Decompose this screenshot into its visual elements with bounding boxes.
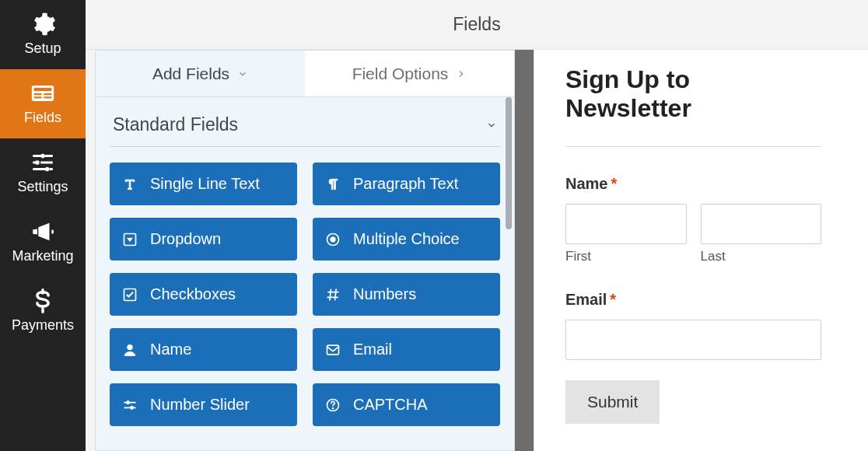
form-divider (565, 146, 821, 147)
svg-point-8 (45, 167, 50, 172)
required-mark: * (610, 291, 616, 308)
sidebar-item-fields[interactable]: Fields (0, 69, 86, 138)
sidebar-label: Payments (12, 317, 74, 334)
sidebar-label: Setup (24, 40, 61, 57)
tab-label: Field Options (352, 65, 449, 83)
check-square-icon (122, 287, 138, 302)
field-btn-number-slider[interactable]: Number Slider (110, 383, 297, 426)
field-buttons-grid: Single Line Text Paragraph Text Dropdown… (110, 163, 500, 426)
group-title: Standard Fields (113, 114, 238, 135)
sidebar-label: Marketing (12, 248, 73, 264)
field-btn-label: Multiple Choice (353, 230, 460, 248)
submit-label: Submit (587, 393, 638, 411)
svg-point-13 (128, 344, 133, 350)
field-btn-captcha[interactable]: CAPTCHA (313, 383, 500, 426)
chevron-down-icon (237, 68, 248, 79)
svg-point-15 (126, 400, 129, 404)
caret-square-icon (122, 232, 138, 247)
sidebar-item-setup[interactable]: Setup (0, 0, 86, 69)
left-sidebar: Setup Fields Settings Marketing Payments (0, 0, 86, 451)
gear-icon (30, 11, 56, 37)
field-btn-single-line-text[interactable]: Single Line Text (110, 163, 297, 205)
field-btn-multiple-choice[interactable]: Multiple Choice (313, 218, 500, 260)
name-field-row: First Last (565, 204, 821, 264)
field-btn-numbers[interactable]: Numbers (313, 273, 500, 316)
email-input[interactable] (565, 320, 821, 360)
field-btn-label: Paragraph Text (353, 175, 458, 193)
hash-icon (325, 287, 341, 302)
tab-label: Add Fields (152, 65, 229, 83)
sidebar-item-settings[interactable]: Settings (0, 138, 86, 208)
page-title-bar: Fields (86, 0, 868, 50)
field-btn-label: Numbers (353, 285, 416, 303)
first-name-input[interactable] (565, 204, 687, 244)
main-area: Fields Add Fields Field Options Standard… (86, 0, 868, 451)
question-circle-icon (325, 397, 341, 413)
field-btn-checkboxes[interactable]: Checkboxes (110, 273, 297, 316)
svg-point-16 (130, 406, 133, 409)
svg-rect-5 (44, 96, 51, 98)
form-preview-panel: Sign Up to Newsletter Name* First Last E… (534, 50, 868, 451)
field-btn-label: Checkboxes (150, 285, 236, 303)
sidebar-item-payments[interactable]: Payments (0, 277, 86, 346)
last-name-sublabel: Last (701, 249, 822, 264)
workspace: Add Fields Field Options Standard Fields (86, 50, 868, 451)
chevron-down-icon (486, 120, 497, 131)
group-header-standard-fields[interactable]: Standard Fields (110, 107, 500, 147)
fields-scroll-area: Standard Fields Single Line Text Paragra… (96, 97, 514, 450)
field-btn-email[interactable]: Email (313, 328, 500, 371)
svg-point-18 (332, 407, 334, 409)
name-field-label: Name* (565, 175, 821, 193)
tab-field-options[interactable]: Field Options (305, 51, 514, 97)
field-btn-label: CAPTCHA (353, 396, 428, 414)
page-title: Fields (453, 14, 500, 35)
sidebar-label: Settings (17, 179, 68, 195)
svg-point-6 (40, 154, 45, 159)
field-btn-label: Number Slider (150, 396, 250, 414)
fields-panel: Add Fields Field Options Standard Fields (95, 50, 515, 451)
form-title: Sign Up to Newsletter (565, 65, 821, 123)
bullhorn-icon (30, 219, 56, 245)
field-btn-name[interactable]: Name (110, 328, 297, 371)
submit-button[interactable]: Submit (565, 380, 660, 424)
form-icon (30, 80, 56, 107)
email-field-label: Email* (565, 291, 821, 309)
required-mark: * (611, 175, 617, 192)
svg-rect-2 (34, 93, 42, 95)
field-btn-label: Email (353, 341, 392, 358)
last-name-input[interactable] (701, 204, 822, 244)
svg-rect-3 (34, 96, 42, 98)
user-icon (122, 342, 138, 358)
panel-tabs: Add Fields Field Options (96, 51, 514, 97)
tab-add-fields[interactable]: Add Fields (96, 51, 305, 97)
chevron-right-icon (456, 68, 467, 79)
paragraph-icon (325, 177, 341, 192)
field-btn-paragraph-text[interactable]: Paragraph Text (313, 163, 500, 205)
text-icon (122, 177, 138, 192)
sidebar-item-marketing[interactable]: Marketing (0, 208, 86, 277)
divider-strip (515, 50, 534, 451)
email-field-block: Email* (565, 291, 821, 360)
field-btn-label: Dropdown (150, 230, 221, 248)
field-btn-label: Single Line Text (150, 175, 260, 193)
field-btn-dropdown[interactable]: Dropdown (110, 218, 297, 260)
svg-point-11 (331, 236, 336, 242)
sliders-icon (30, 149, 56, 176)
dollar-icon (30, 288, 56, 314)
svg-rect-4 (44, 93, 51, 95)
panel-scrollbar[interactable] (506, 97, 512, 229)
field-btn-label: Name (150, 341, 191, 358)
svg-point-7 (35, 160, 40, 165)
radio-icon (325, 232, 341, 247)
slider-icon (122, 397, 138, 413)
first-name-sublabel: First (565, 249, 687, 264)
sidebar-label: Fields (24, 110, 61, 126)
svg-rect-1 (34, 88, 52, 91)
svg-rect-14 (327, 345, 339, 355)
envelope-icon (325, 342, 341, 358)
